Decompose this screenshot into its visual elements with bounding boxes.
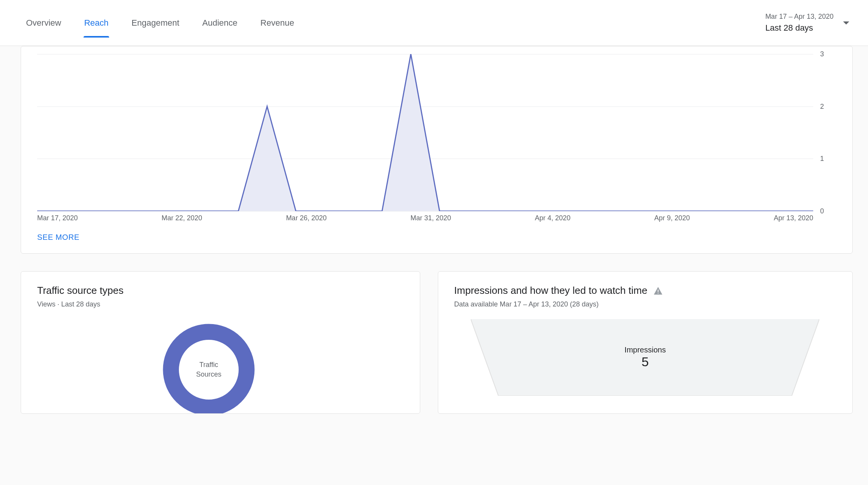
impressions-subtitle: Data available Mar 17 – Apr 13, 2020 (28… [454,300,836,308]
warning-icon [653,287,663,295]
y-tick-label: 0 [820,207,824,215]
impressions-card: Impressions and how they led to watch ti… [438,271,853,414]
row-2: Traffic source types Views · Last 28 day… [21,271,853,414]
impressions-title: Impressions and how they led to watch ti… [454,285,647,297]
traffic-sources-subtitle: Views · Last 28 days [37,300,404,308]
top-bar: Overview Reach Engagement Audience Reven… [0,0,868,46]
content: 0123 Mar 17, 2020Mar 22, 2020Mar 26, 202… [0,46,868,429]
date-range-box: Mar 17 – Apr 13, 2020 Last 28 days [765,13,834,33]
donut-center-label: Traffic Sources [196,360,221,379]
see-more-link[interactable]: SEE MORE [37,233,836,242]
x-tick-label: Mar 26, 2020 [286,214,327,222]
date-range-label: Last 28 days [765,23,834,33]
tab-reach[interactable]: Reach [84,13,110,37]
impressions-funnel: Impressions 5 [454,319,836,396]
chevron-down-icon [843,21,850,25]
x-tick-label: Apr 9, 2020 [654,214,690,222]
chart-x-axis: Mar 17, 2020Mar 22, 2020Mar 26, 2020Mar … [37,214,813,222]
tab-engagement[interactable]: Engagement [131,13,180,37]
chart-series [37,54,813,211]
x-tick-label: Mar 22, 2020 [162,214,202,222]
tab-overview[interactable]: Overview [25,13,62,37]
funnel-stage-impressions: Impressions 5 [471,319,819,396]
x-tick-label: Apr 13, 2020 [774,214,813,222]
traffic-donut: Traffic Sources [159,320,259,414]
y-tick-label: 2 [820,102,824,110]
tab-audience[interactable]: Audience [201,13,238,37]
traffic-sources-card: Traffic source types Views · Last 28 day… [21,271,420,414]
funnel-stage-label: Impressions [624,346,666,354]
main-chart-card: 0123 Mar 17, 2020Mar 22, 2020Mar 26, 202… [21,46,853,254]
gridline [37,211,813,211]
tab-revenue[interactable]: Revenue [260,13,295,37]
date-range-picker[interactable]: Mar 17 – Apr 13, 2020 Last 28 days [765,0,861,46]
funnel-stage-value: 5 [642,354,649,369]
svg-rect-1 [658,290,658,292]
x-tick-label: Mar 17, 2020 [37,214,78,222]
svg-rect-2 [658,293,658,293]
traffic-sources-title: Traffic source types [37,285,404,297]
tabs: Overview Reach Engagement Audience Reven… [0,0,295,46]
date-range-text: Mar 17 – Apr 13, 2020 [765,13,834,21]
y-tick-label: 3 [820,50,824,58]
y-tick-label: 1 [820,155,824,163]
chart-wrap: 0123 [37,54,836,211]
chart-y-axis: 0123 [813,54,836,211]
x-tick-label: Mar 31, 2020 [410,214,451,222]
chart-plot [37,54,813,211]
x-tick-label: Apr 4, 2020 [535,214,570,222]
